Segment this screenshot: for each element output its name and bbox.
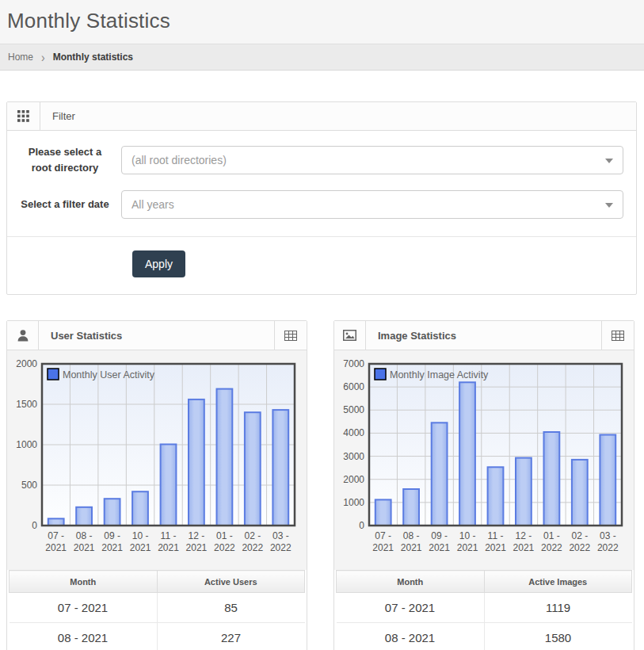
svg-text:3000: 3000 bbox=[343, 451, 364, 462]
table-header-row: MonthActive Users bbox=[10, 571, 305, 593]
svg-text:2022: 2022 bbox=[541, 542, 562, 553]
user-icon bbox=[7, 321, 39, 350]
root-directory-value: (all root directories) bbox=[131, 154, 227, 166]
breadcrumb-current: Monthly statistics bbox=[53, 52, 133, 63]
svg-text:12 -: 12 - bbox=[516, 530, 532, 541]
svg-text:07 -: 07 - bbox=[375, 530, 391, 541]
image-icon bbox=[334, 321, 366, 350]
svg-text:10 -: 10 - bbox=[132, 530, 149, 541]
filter-date-value: All years bbox=[131, 198, 174, 211]
svg-text:09 -: 09 - bbox=[104, 530, 120, 541]
filter-date-select[interactable]: All years bbox=[121, 190, 623, 219]
svg-text:03 -: 03 - bbox=[272, 530, 289, 541]
table-cell: 08 - 2021 bbox=[337, 623, 485, 650]
table-view-icon[interactable] bbox=[274, 321, 307, 350]
svg-text:1000: 1000 bbox=[343, 497, 364, 508]
svg-text:11 -: 11 - bbox=[488, 530, 504, 541]
table-cell: 08 - 2021 bbox=[10, 623, 158, 650]
breadcrumb-home-link[interactable]: Home bbox=[8, 52, 33, 63]
page-title: Monthly Statistics bbox=[7, 9, 636, 33]
svg-text:500: 500 bbox=[21, 480, 37, 491]
filter-date-label: Select a filter date bbox=[20, 197, 121, 212]
table-cell: 85 bbox=[157, 593, 305, 623]
grid-icon bbox=[7, 102, 40, 130]
svg-text:08 -: 08 - bbox=[403, 530, 420, 541]
table-cell: 07 - 2021 bbox=[337, 593, 485, 623]
column-header: Active Users bbox=[157, 571, 305, 593]
table-cell: 1580 bbox=[484, 623, 632, 650]
table-row: 07 - 20211119 bbox=[337, 593, 632, 623]
image-panel-header: Image Statistics bbox=[334, 321, 634, 350]
column-header: Month bbox=[337, 571, 485, 593]
image-statistics-table: MonthActive Images07 - 2021111908 - 2021… bbox=[336, 570, 632, 650]
svg-text:2021: 2021 bbox=[372, 542, 394, 553]
svg-text:2022: 2022 bbox=[242, 542, 263, 553]
user-activity-chart: 0500100015002000Monthly User Activity07 … bbox=[7, 350, 307, 570]
filter-title: Filter bbox=[40, 102, 75, 130]
svg-text:2000: 2000 bbox=[16, 358, 37, 369]
svg-text:2021: 2021 bbox=[101, 542, 123, 553]
svg-text:2021: 2021 bbox=[401, 542, 422, 553]
image-statistics-panel: Image Statistics 01000200030004000500060… bbox=[333, 320, 634, 650]
image-activity-chart: 01000200030004000500060007000Monthly Ima… bbox=[334, 350, 634, 570]
svg-text:Monthly User Activity: Monthly User Activity bbox=[63, 369, 155, 380]
column-header: Month bbox=[10, 571, 158, 593]
table-row: 07 - 202185 bbox=[10, 593, 305, 623]
chevron-right-icon: › bbox=[41, 52, 45, 62]
svg-text:2021: 2021 bbox=[158, 542, 179, 553]
breadcrumb: Home › Monthly statistics bbox=[0, 44, 644, 71]
svg-text:03 -: 03 - bbox=[600, 530, 616, 541]
svg-text:2021: 2021 bbox=[429, 542, 450, 553]
svg-text:2021: 2021 bbox=[45, 542, 67, 553]
svg-text:01 -: 01 - bbox=[216, 530, 233, 541]
svg-text:08 -: 08 - bbox=[76, 530, 93, 541]
table-cell: 227 bbox=[157, 623, 305, 650]
svg-text:1000: 1000 bbox=[16, 439, 37, 450]
svg-text:Monthly Image Activity: Monthly Image Activity bbox=[390, 369, 489, 380]
chevron-down-icon bbox=[605, 203, 613, 208]
svg-text:2021: 2021 bbox=[130, 542, 151, 553]
svg-text:4000: 4000 bbox=[343, 428, 364, 439]
image-panel-title: Image Statistics bbox=[366, 321, 456, 350]
table-view-icon[interactable] bbox=[601, 321, 634, 350]
filter-panel: Filter Please select a root directory (a… bbox=[6, 101, 637, 295]
svg-text:10 -: 10 - bbox=[459, 530, 476, 541]
svg-text:2021: 2021 bbox=[74, 542, 95, 553]
table-cell: 1119 bbox=[484, 593, 632, 623]
svg-text:2021: 2021 bbox=[457, 542, 478, 553]
apply-button[interactable]: Apply bbox=[132, 250, 185, 277]
svg-text:1500: 1500 bbox=[16, 399, 37, 410]
root-directory-select[interactable]: (all root directories) bbox=[121, 146, 623, 174]
filter-body: Please select a root directory (all root… bbox=[7, 131, 636, 219]
svg-text:2021: 2021 bbox=[485, 542, 506, 553]
statistics-panels: User Statistics 0500100015002000Monthly … bbox=[6, 320, 634, 650]
svg-text:11 -: 11 - bbox=[161, 530, 177, 541]
svg-text:2022: 2022 bbox=[569, 542, 590, 553]
svg-text:12 -: 12 - bbox=[189, 530, 205, 541]
user-statistics-panel: User Statistics 0500100015002000Monthly … bbox=[6, 320, 307, 650]
svg-text:7000: 7000 bbox=[343, 358, 364, 369]
table-cell: 07 - 2021 bbox=[10, 593, 158, 623]
svg-text:02 -: 02 - bbox=[571, 530, 588, 541]
svg-text:2022: 2022 bbox=[270, 542, 292, 553]
svg-text:2000: 2000 bbox=[343, 474, 364, 485]
column-header: Active Images bbox=[484, 571, 632, 593]
svg-text:0: 0 bbox=[359, 520, 364, 531]
table-row: 08 - 20211580 bbox=[337, 623, 632, 650]
svg-text:07 -: 07 - bbox=[48, 530, 64, 541]
svg-text:0: 0 bbox=[32, 520, 37, 531]
root-directory-label: Please select a root directory bbox=[20, 144, 121, 176]
svg-text:6000: 6000 bbox=[343, 381, 364, 392]
svg-text:5000: 5000 bbox=[343, 405, 364, 416]
svg-text:02 -: 02 - bbox=[244, 530, 261, 541]
svg-text:01 -: 01 - bbox=[543, 530, 560, 541]
table-header-row: MonthActive Images bbox=[337, 571, 632, 593]
svg-text:2022: 2022 bbox=[214, 542, 235, 553]
svg-text:09 -: 09 - bbox=[431, 530, 448, 541]
user-statistics-table: MonthActive Users07 - 20218508 - 2021227… bbox=[9, 570, 305, 650]
user-panel-title: User Statistics bbox=[39, 321, 122, 350]
table-row: 08 - 2021227 bbox=[10, 623, 305, 650]
page-header: Monthly Statistics bbox=[0, 0, 644, 44]
user-panel-header: User Statistics bbox=[7, 321, 307, 350]
filter-panel-header: Filter bbox=[7, 102, 636, 131]
